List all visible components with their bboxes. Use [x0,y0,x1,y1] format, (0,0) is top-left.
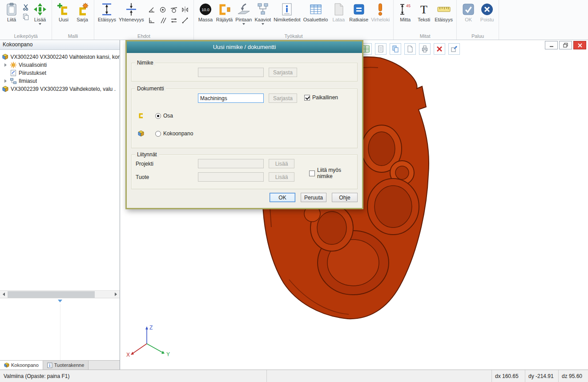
scrollbar-track[interactable] [8,291,112,298]
peruuta-button[interactable]: Peruuta [301,193,326,202]
print-icon[interactable] [419,43,431,55]
restore-button[interactable] [559,41,572,49]
group-label-mitat: Mitat [394,33,456,39]
group-label-ehdot: Ehdot [94,33,193,39]
yhtenevyys-label: Yhtenevyys [119,17,144,22]
liita-myos-checkbox[interactable] [309,171,315,176]
dokumentti-sarjasta-button[interactable]: Sarjasta [269,93,297,103]
page-icon[interactable] [404,43,416,55]
tangent-constraint-icon[interactable] [169,4,179,15]
uusi-button[interactable]: Uusi [54,1,73,22]
ratkaise-button[interactable]: Ratkaise [348,1,370,22]
paikallinen-checkbox[interactable] [304,95,310,101]
lisaa-button[interactable]: Lisää [31,1,49,25]
product-structure-tab-icon [47,362,52,368]
diagram-icon [256,2,270,16]
status-bar: Valmiina (Opaste: paina F1) dx 160.65 dy… [0,370,588,382]
dokumentti-input[interactable] [198,93,264,103]
nimike-input[interactable] [198,68,264,77]
kaaviot-button[interactable]: Kaaviot [253,1,272,25]
pintaan-button[interactable]: Pintaan [234,1,253,25]
perpendicular-constraint-icon[interactable] [146,15,157,25]
etaisyys-constraint-label: Etäisyys [98,17,116,22]
tree-horizontal-scrollbar[interactable] [0,290,120,298]
assembly-tree: VX3002240 VX3002240 Vaihteiston kansi, k… [0,50,120,290]
status-dy: dy -214.91 [525,370,558,382]
tuote-input[interactable] [198,172,264,182]
paste-icon [4,2,19,16]
tree-item-vx3002239[interactable]: VX3002239 VX3002239 Vaihdekotelo, valu . [0,85,120,93]
copy-pages-icon[interactable] [390,43,401,55]
tree-item-piirustukset[interactable]: Piirustukset [0,69,120,77]
osa-label: Osa [163,113,173,119]
splitter-collapse-icon[interactable] [58,300,62,302]
ok-ribbon-button[interactable]: OK [459,1,478,22]
mitta-button[interactable]: 45 Mitta [396,1,415,22]
etaisyys-mitta-button[interactable]: Etäisyys [433,1,454,22]
osa-row: Osa [137,112,173,119]
tree-item-vx3002240[interactable]: VX3002240 VX3002240 Vaihteiston kansi, k… [0,53,120,61]
kokoonpano-radio[interactable] [155,131,161,137]
osa-radio[interactable] [155,113,161,119]
ohje-button[interactable]: Ohje [332,193,358,202]
lataa-button[interactable]: Lataa [329,1,348,22]
expander-icon[interactable] [4,79,8,83]
copy-icon[interactable] [22,13,29,20]
liita-button[interactable]: Liitä [2,1,21,22]
yhtenevyys-button[interactable]: Yhtenevyys [117,1,145,22]
expander-icon[interactable] [4,63,8,67]
equal-distance-constraint-icon[interactable] [169,15,179,25]
dialog-title[interactable]: Uusi nimike / dokumentti [127,41,362,53]
osaluettelo-button[interactable]: Osaluettelo [302,1,330,22]
cut-icon[interactable] [22,4,29,11]
close-button[interactable] [573,41,586,49]
ok-button[interactable]: OK [270,193,295,202]
item-info-icon [280,2,294,16]
liita-myos-label: Liitä myös nimike [317,167,357,179]
teksti-button[interactable]: T Teksti [415,1,433,22]
mitta-label: Mitta [400,17,411,22]
tab-kokoonpano[interactable]: Kokoonpano [0,361,43,370]
massa-button[interactable]: 10.0 Massa [196,1,215,22]
nimiketiedot-button[interactable]: Nimiketiedot [272,1,302,22]
virheloki-button[interactable]: Virheloki [370,1,391,22]
ribbon-group-mitat: 45 Mitta T Teksti Etäisyys Mitat [394,0,457,40]
ribbon-group-malli: Uusi Sarja Malli [52,0,94,40]
sarja-label: Sarja [77,17,88,22]
tree-item-ilmiasut[interactable]: Ilmiasut [0,77,120,85]
sarja-button[interactable]: Sarja [73,1,92,22]
visualization-icon [10,61,17,69]
etaisyys-constraint-button[interactable]: Etäisyys [97,1,117,22]
parallel-constraint-icon[interactable] [157,15,168,25]
delete-icon[interactable] [434,43,445,55]
detach-window-icon[interactable] [448,43,460,55]
document-icon[interactable] [375,43,387,55]
symmetry-constraint-icon[interactable] [180,4,190,15]
projekti-input[interactable] [198,159,264,168]
scroll-right-arrow[interactable] [112,291,120,298]
minimize-button[interactable] [545,41,558,49]
group-label-malli: Malli [52,33,94,39]
panel-splitter[interactable] [0,298,120,304]
tree-item-visualisointi[interactable]: Visualisointi [0,61,120,69]
poistu-button[interactable]: Poistu [478,1,496,22]
status-dz: dz 95.60 [558,370,588,382]
exit-icon [480,2,494,16]
angle-constraint-icon[interactable] [146,4,157,15]
tab-tuoterakenne[interactable]: Tuoterakenne [43,361,89,370]
poistu-label: Poistu [480,17,494,22]
virheloki-label: Virheloki [371,17,390,22]
kokoonpano-row: Kokoonpano [137,130,193,137]
ribbon-spacer [499,0,588,40]
rajayta-button[interactable]: Räjäytä [215,1,234,22]
etaisyys-mitta-label: Etäisyys [435,17,453,22]
line-constraint-icon[interactable] [180,15,190,25]
scrollbar-thumb[interactable] [8,291,95,298]
ribbon-group-tyokalut: 10.0 Massa Räjäytä Pintaan Kaaviot [194,0,394,40]
scroll-left-arrow[interactable] [0,291,8,298]
nimike-sarjasta-button[interactable]: Sarjasta [269,68,297,77]
concentric-constraint-icon[interactable] [157,4,168,15]
configurations-icon [10,77,17,85]
tuote-lisaa-button[interactable]: Lisää [269,172,294,182]
projekti-lisaa-button[interactable]: Lisää [269,159,294,168]
